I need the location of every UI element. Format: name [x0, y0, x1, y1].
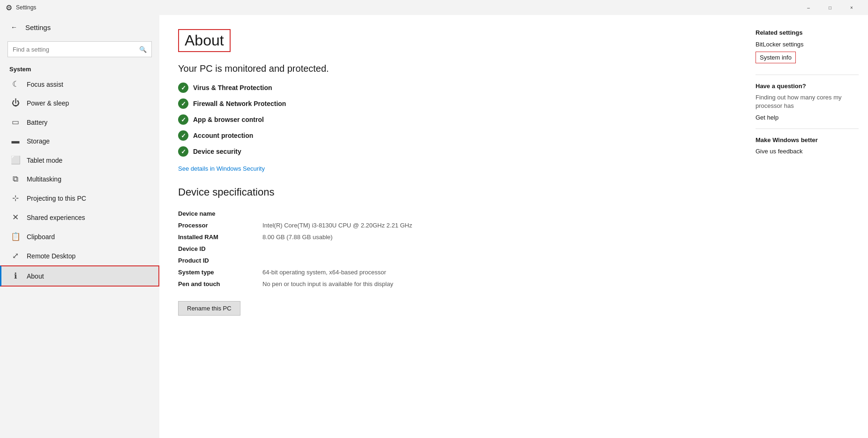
spec-label: Pen and touch — [178, 278, 262, 290]
search-input[interactable] — [13, 46, 139, 53]
back-button[interactable]: ← — [7, 21, 21, 34]
have-question-label: Have a question? — [756, 83, 859, 90]
power-sleep-icon: ⏻ — [11, 98, 20, 108]
device-specs-heading: Device specifications — [178, 186, 727, 198]
spec-label: Processor — [178, 219, 262, 231]
list-item: Device security — [178, 146, 727, 157]
right-divider-1 — [756, 75, 859, 75]
protection-list: Virus & Threat Protection Firewall & Net… — [178, 83, 727, 157]
spec-value — [262, 243, 506, 255]
maximize-button[interactable]: □ — [819, 0, 841, 15]
sidebar-item-label: Battery — [27, 119, 47, 126]
system-info-link[interactable]: System info — [756, 52, 796, 63]
multitasking-icon: ⧉ — [11, 174, 20, 184]
window-controls: – □ × — [798, 0, 862, 15]
spec-value: 8.00 GB (7.88 GB usable) — [262, 231, 506, 243]
spec-label: Device ID — [178, 243, 262, 255]
projecting-icon: ⊹ — [11, 193, 20, 203]
check-icon-device — [178, 146, 188, 157]
question-text: Finding out how many cores my processor … — [756, 93, 859, 110]
sidebar-item-label: Storage — [27, 137, 50, 145]
spec-label: Installed RAM — [178, 231, 262, 243]
sidebar-item-about[interactable]: ℹ About — [0, 265, 159, 287]
table-row: Processor Intel(R) Core(TM) i3-8130U CPU… — [178, 219, 506, 231]
related-settings-label: Related settings — [756, 29, 859, 36]
sidebar-item-label: Focus assist — [27, 81, 63, 88]
minimize-button[interactable]: – — [798, 0, 819, 15]
sidebar-item-focus-assist[interactable]: ☾ Focus assist — [0, 75, 159, 94]
sidebar-header: ← Settings — [0, 15, 159, 38]
back-icon: ← — [11, 23, 17, 31]
spec-value: 64-bit operating system, x64-based proce… — [262, 266, 506, 278]
spec-label: Product ID — [178, 255, 262, 266]
check-icon-firewall — [178, 98, 188, 109]
remote-desktop-icon: ⤢ — [11, 251, 20, 261]
protection-item-label: Account protection — [193, 132, 253, 139]
list-item: App & browser control — [178, 114, 727, 125]
close-button[interactable]: × — [841, 0, 862, 15]
spec-label: System type — [178, 266, 262, 278]
spec-value: No pen or touch input is available for t… — [262, 278, 506, 290]
give-feedback-link[interactable]: Give us feedback — [756, 148, 802, 155]
get-help-link[interactable]: Get help — [756, 114, 859, 121]
table-row: Device name — [178, 208, 506, 219]
bitlocker-link[interactable]: BitLocker settings — [756, 41, 859, 48]
right-divider-2 — [756, 128, 859, 129]
focus-assist-icon: ☾ — [11, 79, 20, 89]
check-icon-account — [178, 130, 188, 141]
search-box[interactable]: 🔍 — [7, 41, 152, 57]
table-row: Product ID — [178, 255, 506, 266]
spec-value — [262, 208, 506, 219]
storage-icon: ▬ — [11, 136, 20, 146]
sidebar-item-storage[interactable]: ▬ Storage — [0, 132, 159, 151]
sidebar-item-tablet-mode[interactable]: ⬜ Tablet mode — [0, 151, 159, 170]
sidebar-item-label: Shared experiences — [27, 214, 85, 221]
main-content: About Your PC is monitored and protected… — [159, 15, 868, 438]
sidebar-item-label: Clipboard — [27, 233, 55, 241]
sidebar-item-remote-desktop[interactable]: ⤢ Remote Desktop — [0, 246, 159, 265]
table-row: System type 64-bit operating system, x64… — [178, 266, 506, 278]
list-item: Virus & Threat Protection — [178, 83, 727, 93]
about-icon: ℹ — [11, 271, 20, 281]
protection-item-label: Virus & Threat Protection — [193, 84, 272, 91]
protection-item-label: Device security — [193, 148, 241, 155]
sidebar-item-label: Tablet mode — [27, 157, 62, 164]
check-icon-app-browser — [178, 114, 188, 125]
security-link[interactable]: See details in Windows Security — [178, 165, 727, 172]
sidebar-item-power-sleep[interactable]: ⏻ Power & sleep — [0, 94, 159, 113]
sidebar-item-label: Multitasking — [27, 175, 61, 183]
search-icon: 🔍 — [139, 46, 147, 53]
specs-table: Device name Processor Intel(R) Core(TM) … — [178, 208, 506, 290]
spec-value: Intel(R) Core(TM) i3-8130U CPU @ 2.20GHz… — [262, 219, 506, 231]
page-title: About — [185, 32, 224, 49]
protection-heading: Your PC is monitored and protected. — [178, 63, 727, 74]
sidebar-app-title: Settings — [25, 23, 51, 31]
sidebar-item-label: Projecting to this PC — [27, 195, 86, 202]
protection-item-label: App & browser control — [193, 116, 264, 123]
clipboard-icon: 📋 — [11, 232, 20, 242]
sidebar-section-label: System — [0, 63, 159, 75]
content-area: About Your PC is monitored and protected… — [159, 15, 751, 438]
table-row: Pen and touch No pen or touch input is a… — [178, 278, 506, 290]
titlebar-title: Settings — [16, 4, 36, 11]
make-better-label: Make Windows better — [756, 136, 859, 143]
protection-item-label: Firewall & Network Protection — [193, 100, 286, 107]
app-icon: ⚙ — [6, 3, 12, 12]
sidebar-item-clipboard[interactable]: 📋 Clipboard — [0, 227, 159, 246]
app-body: ← Settings 🔍 System ☾ Focus assist ⏻ Pow… — [0, 15, 868, 438]
titlebar: ⚙ Settings – □ × — [0, 0, 868, 15]
list-item: Firewall & Network Protection — [178, 98, 727, 109]
sidebar-item-shared-experiences[interactable]: ✕ Shared experiences — [0, 208, 159, 227]
list-item: Account protection — [178, 130, 727, 141]
sidebar-item-battery[interactable]: ▭ Battery — [0, 113, 159, 132]
spec-value — [262, 255, 506, 266]
sidebar-item-multitasking[interactable]: ⧉ Multitasking — [0, 170, 159, 189]
right-panel: Related settings BitLocker settings Syst… — [751, 15, 868, 438]
spec-label: Device name — [178, 208, 262, 219]
sidebar-item-label: Remote Desktop — [27, 252, 75, 260]
tablet-mode-icon: ⬜ — [11, 155, 20, 165]
table-row: Installed RAM 8.00 GB (7.88 GB usable) — [178, 231, 506, 243]
sidebar-item-projecting[interactable]: ⊹ Projecting to this PC — [0, 189, 159, 208]
shared-experiences-icon: ✕ — [11, 212, 20, 222]
rename-pc-button[interactable]: Rename this PC — [178, 301, 240, 316]
